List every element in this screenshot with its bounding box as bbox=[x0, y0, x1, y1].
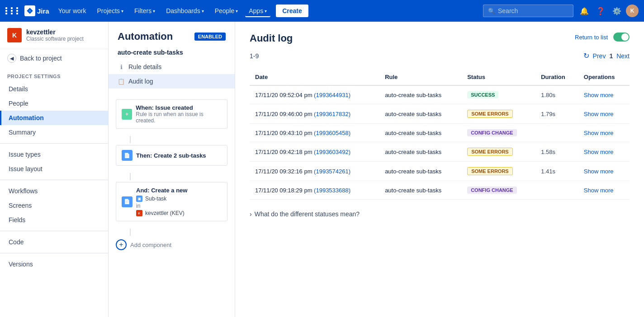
sidebar-divider-summary bbox=[0, 143, 108, 144]
show-more-link[interactable]: Show more bbox=[584, 92, 614, 98]
statuses-help: › What do the different statuses mean? bbox=[250, 210, 630, 218]
date-cell-0: 17/11/20 09:52:04 pm (1993644931) bbox=[250, 85, 379, 104]
subtask-icon: ▣ bbox=[136, 196, 142, 202]
search-input[interactable] bbox=[498, 7, 561, 14]
run-id-link[interactable]: (1993605458) bbox=[314, 130, 350, 136]
settings-button[interactable]: ⚙️ bbox=[610, 4, 624, 18]
sidebar-item-screens[interactable]: Screens bbox=[0, 198, 108, 213]
duration-cell-2 bbox=[535, 124, 578, 142]
run-id-link[interactable]: (1993533688) bbox=[314, 187, 350, 194]
run-id-link[interactable]: (1993617832) bbox=[314, 111, 350, 117]
page-title: Automation bbox=[118, 31, 173, 42]
your-work-nav[interactable]: Your work bbox=[55, 5, 90, 17]
left-panel-header: Automation ENABLED bbox=[109, 22, 235, 42]
duration-cell-0: 1.80s bbox=[535, 85, 578, 104]
next-button[interactable]: Next bbox=[616, 52, 630, 60]
show-more-link[interactable]: Show more bbox=[584, 187, 614, 194]
return-to-list-link[interactable]: Return to list bbox=[575, 34, 608, 41]
jira-logo[interactable]: Jira bbox=[24, 5, 49, 16]
rule-steps: + When: Issue created Rule is run when a… bbox=[109, 92, 235, 259]
dashboards-nav[interactable]: Dashboards ▾ bbox=[162, 5, 208, 17]
refresh-button[interactable]: ↻ bbox=[583, 51, 589, 60]
trigger-title: When: Issue created bbox=[136, 104, 222, 111]
dashboards-caret: ▾ bbox=[202, 9, 204, 14]
topnav-icons: 🔔 ❓ ⚙️ K bbox=[577, 4, 639, 18]
col-duration: Duration bbox=[535, 69, 578, 85]
subtask-type: Sub-task bbox=[145, 196, 166, 202]
add-component-button[interactable]: + bbox=[116, 239, 127, 250]
subtask-in: in bbox=[136, 203, 187, 209]
notifications-button[interactable]: 🔔 bbox=[577, 4, 592, 18]
action-step-1-header[interactable]: 📄 Then: Create 2 sub-tasks bbox=[116, 145, 227, 166]
run-id-link[interactable]: (1993644931) bbox=[314, 92, 350, 98]
sidebar-divider-fields bbox=[0, 231, 108, 231]
date-cell-1: 17/11/20 09:46:00 pm (1993617832) bbox=[250, 104, 379, 124]
date-cell-4: 17/11/20 09:32:16 pm (1993574261) bbox=[250, 162, 379, 181]
trigger-step-header[interactable]: + When: Issue created Rule is run when a… bbox=[116, 99, 227, 129]
help-button[interactable]: ❓ bbox=[593, 4, 608, 18]
date-text: 17/11/20 09:46:00 pm bbox=[255, 111, 314, 117]
rule-nav-details[interactable]: ℹ Rule details bbox=[109, 60, 235, 74]
sidebar-item-versions[interactable]: Versions bbox=[0, 257, 108, 271]
filters-nav[interactable]: Filters ▾ bbox=[131, 5, 159, 17]
prev-button[interactable]: Prev bbox=[593, 52, 606, 60]
status-badge: CONFIG CHANGE bbox=[467, 129, 517, 136]
enabled-badge: ENABLED bbox=[194, 33, 226, 41]
projects-nav[interactable]: Projects ▾ bbox=[93, 5, 127, 17]
apps-grid-icon[interactable] bbox=[5, 7, 21, 14]
show-more-link[interactable]: Show more bbox=[584, 149, 614, 155]
status-badge: SOME ERRORS bbox=[467, 110, 513, 118]
show-more-link[interactable]: Show more bbox=[584, 111, 614, 117]
rule-cell-5: auto-create sub-tasks bbox=[379, 181, 462, 200]
apps-nav[interactable]: Apps ▾ bbox=[245, 5, 270, 17]
table-row: 17/11/20 09:52:04 pm (1993644931)auto-cr… bbox=[250, 85, 630, 104]
avatar[interactable]: K bbox=[626, 5, 639, 17]
date-text: 17/11/20 09:32:16 pm bbox=[255, 168, 314, 175]
duration-cell-5 bbox=[535, 181, 578, 200]
table-row: 17/11/20 09:18:29 pm (1993533688)auto-cr… bbox=[250, 181, 630, 200]
people-nav[interactable]: People ▾ bbox=[211, 5, 242, 17]
table-header: Date Rule Status Duration Operations bbox=[250, 69, 630, 85]
show-more-link[interactable]: Show more bbox=[584, 130, 614, 136]
table-row: 17/11/20 09:32:16 pm (1993574261)auto-cr… bbox=[250, 162, 630, 181]
trigger-step: + When: Issue created Rule is run when a… bbox=[116, 99, 227, 129]
run-id-link[interactable]: (1993574261) bbox=[314, 168, 350, 175]
status-badge: CONFIG CHANGE bbox=[467, 186, 517, 194]
show-more-link[interactable]: Show more bbox=[584, 168, 614, 175]
project-name: kevzettler bbox=[26, 28, 84, 36]
sidebar-item-automation[interactable]: Automation bbox=[0, 111, 108, 125]
jira-logo-text: Jira bbox=[37, 7, 49, 15]
rule-nav-audit-label: Audit log bbox=[128, 78, 153, 85]
rule-cell-2: auto-create sub-tasks bbox=[379, 124, 462, 142]
sidebar-item-people[interactable]: People bbox=[0, 96, 108, 111]
sidebar-item-details[interactable]: Details bbox=[0, 82, 108, 96]
col-operations: Operations bbox=[578, 69, 630, 85]
status-cell-5: CONFIG CHANGE bbox=[462, 181, 535, 200]
operations-cell-5: Show more bbox=[578, 181, 630, 200]
sidebar-item-fields[interactable]: Fields bbox=[0, 213, 108, 227]
automation-page: Automation ENABLED auto-create sub-tasks… bbox=[109, 22, 644, 317]
connector-3 bbox=[116, 227, 227, 238]
left-panel: Automation ENABLED auto-create sub-tasks… bbox=[109, 22, 235, 317]
sidebar-item-workflows[interactable]: Workflows bbox=[0, 184, 108, 198]
date-cell-3: 17/11/20 09:42:18 pm (1993603492) bbox=[250, 142, 379, 162]
back-to-project[interactable]: ◀ Back to project bbox=[0, 49, 108, 67]
search-bar[interactable]: 🔍 bbox=[483, 5, 573, 17]
status-cell-4: SOME ERRORS bbox=[462, 162, 535, 181]
sidebar-item-summary[interactable]: Summary bbox=[0, 125, 108, 140]
rule-nav-audit[interactable]: 📋 Audit log bbox=[109, 74, 235, 89]
connector-2 bbox=[116, 171, 227, 182]
col-date: Date bbox=[250, 69, 379, 85]
operations-cell-2: Show more bbox=[578, 124, 630, 142]
duration-cell-1: 1.79s bbox=[535, 104, 578, 124]
sidebar-item-issue-layout[interactable]: Issue layout bbox=[0, 162, 108, 176]
action-step-2-header[interactable]: 📄 And: Create a new ▣ Sub-task in K bbox=[116, 182, 227, 221]
sidebar-item-code[interactable]: Code bbox=[0, 235, 108, 249]
enabled-toggle[interactable] bbox=[613, 33, 630, 42]
run-id-link[interactable]: (1993603492) bbox=[314, 149, 350, 155]
sidebar-item-issue-types[interactable]: Issue types bbox=[0, 147, 108, 162]
audit-pagination: 1-9 ↻ Prev 1 Next bbox=[250, 51, 630, 60]
create-button[interactable]: Create bbox=[276, 5, 308, 17]
statuses-help-toggle[interactable]: › What do the different statuses mean? bbox=[250, 210, 630, 218]
status-badge: SUCCESS bbox=[467, 91, 498, 98]
